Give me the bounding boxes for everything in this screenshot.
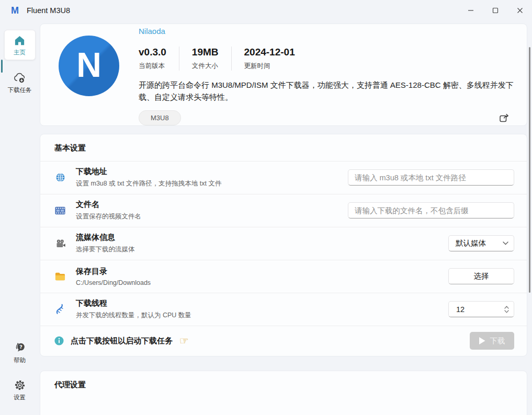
close-button[interactable] <box>507 0 532 21</box>
setting-title: 下载地址 <box>76 167 348 177</box>
minimize-icon <box>468 7 474 14</box>
download-hint-row: 点击下载按钮以启动下载任务 ☞ 下载 <box>40 326 527 356</box>
cloud-download-icon <box>13 72 27 84</box>
thread-count-input[interactable] <box>450 305 486 314</box>
maximize-button[interactable] <box>483 0 507 21</box>
section-title-proxy: 代理设置 <box>40 371 527 398</box>
minimize-button[interactable] <box>458 0 483 21</box>
sidebar-item-settings[interactable]: 设置 <box>4 375 36 405</box>
settings-row-threads: 下载线程 并发下载的线程数量，默认为 CPU 数量 <box>40 293 527 326</box>
chevron-down-icon <box>503 241 508 245</box>
settings-row-download-url: 下载地址 设置 m3u8 或 txt 文件路径，支持拖拽本地 txt 文件 <box>40 161 527 194</box>
thread-count-stepper[interactable] <box>504 306 509 313</box>
main-content: N Nilaoda v0.3.0 当前版本 19MB 文件大小 <box>39 21 532 415</box>
stat-value: v0.3.0 <box>139 47 166 58</box>
help-icon: ? <box>13 341 27 354</box>
app-title: Fluent M3U8 <box>27 6 70 15</box>
app-window: M Fluent M3U8 主页 <box>0 0 532 415</box>
sidebar-item-label: 主页 <box>14 49 26 56</box>
globe-icon <box>55 172 66 183</box>
proxy-settings-card: 代理设置 <box>40 371 527 415</box>
setting-title: 文件名 <box>76 200 348 210</box>
stat-filesize: 19MB 文件大小 <box>192 47 232 71</box>
sidebar-item-download-tasks[interactable]: 下载任务 <box>4 67 36 97</box>
app-info-card: N Nilaoda v0.3.0 当前版本 19MB 文件大小 <box>40 24 527 126</box>
close-icon <box>517 7 523 14</box>
stat-label: 更新时间 <box>244 62 295 71</box>
download-button-label: 下载 <box>490 336 505 346</box>
setting-title: 流媒体信息 <box>76 233 448 243</box>
sidebar: 主页 下载任务 <box>0 21 39 415</box>
stat-updated: 2024-12-01 更新时间 <box>244 47 308 71</box>
stat-label: 当前版本 <box>139 62 166 71</box>
app-avatar-letter: N <box>76 48 101 82</box>
app-stats: v0.3.0 当前版本 19MB 文件大小 2024-12-01 更新时间 <box>139 47 516 71</box>
titlebar: M Fluent M3U8 <box>0 0 532 21</box>
section-title-basic: 基本设置 <box>40 134 527 161</box>
thread-count-field <box>448 301 514 317</box>
scrollbar-thumb[interactable] <box>529 47 530 293</box>
sidebar-item-label: 帮助 <box>14 356 26 364</box>
download-hint-text: 点击下载按钮以启动下载任务 <box>71 336 173 346</box>
stepper-up-icon <box>504 306 509 309</box>
folder-icon <box>54 271 66 281</box>
basic-settings-card: 基本设置 下载地址 设置 m3u8 或 txt 文件路径，支持拖拽本地 txt … <box>40 134 527 356</box>
tag-chip: M3U8 <box>139 110 181 125</box>
setting-title: 保存目录 <box>76 267 448 276</box>
author-link[interactable]: Nilaoda <box>139 27 165 36</box>
active-indicator <box>1 60 3 73</box>
setting-subtitle: 设置保存的视频文件名 <box>76 212 348 221</box>
choose-dir-button[interactable]: 选择 <box>448 268 514 284</box>
window-controls <box>458 0 532 21</box>
setting-subtitle: 设置 m3u8 或 txt 文件路径，支持拖拽本地 txt 文件 <box>76 179 348 188</box>
home-icon <box>14 34 26 47</box>
movie-camera-icon <box>55 238 66 249</box>
setting-title: 下载线程 <box>76 298 448 308</box>
setting-subtitle: C:/Users/Ding/Downloads <box>76 279 448 286</box>
download-button[interactable]: 下载 <box>470 332 514 350</box>
settings-row-filename: 文件名 设置保存的视频文件名 <box>40 194 527 227</box>
setting-subtitle: 选择要下载的流媒体 <box>76 245 448 254</box>
stat-version: v0.3.0 当前版本 <box>139 47 179 71</box>
setting-subtitle: 并发下载的线程数量，默认为 CPU 数量 <box>76 311 448 320</box>
sidebar-item-home[interactable]: 主页 <box>4 30 36 60</box>
app-description: 开源的跨平台命令行 M3U8/MPD/ISM 文件下载器，功能强大，支持普通 A… <box>139 79 516 103</box>
filename-input[interactable] <box>348 202 514 218</box>
stat-value: 19MB <box>192 47 219 58</box>
sidebar-item-label: 下载任务 <box>8 86 32 94</box>
stat-label: 文件大小 <box>192 62 219 71</box>
gear-icon <box>14 379 26 391</box>
play-icon <box>479 337 485 344</box>
info-icon <box>54 336 64 345</box>
media-select-value: 默认媒体 <box>456 238 486 248</box>
film-icon <box>54 205 66 216</box>
settings-row-stream-info: 流媒体信息 选择要下载的流媒体 默认媒体 <box>40 227 527 260</box>
pointing-hand-icon: ☞ <box>179 336 189 346</box>
svg-text:?: ? <box>19 344 22 350</box>
media-select[interactable]: 默认媒体 <box>448 235 514 251</box>
stat-value: 2024-12-01 <box>244 47 295 58</box>
sidebar-item-help[interactable]: ? 帮助 <box>4 337 36 367</box>
download-url-input[interactable] <box>348 169 514 186</box>
app-avatar: N <box>59 36 119 96</box>
app-logo-icon: M <box>11 5 18 16</box>
maximize-icon <box>492 7 499 14</box>
thread-icon <box>55 304 65 315</box>
share-icon[interactable] <box>499 112 510 123</box>
settings-row-save-dir: 保存目录 C:/Users/Ding/Downloads 选择 <box>40 260 527 293</box>
sidebar-item-label: 设置 <box>14 394 26 401</box>
stepper-down-icon <box>504 310 509 313</box>
